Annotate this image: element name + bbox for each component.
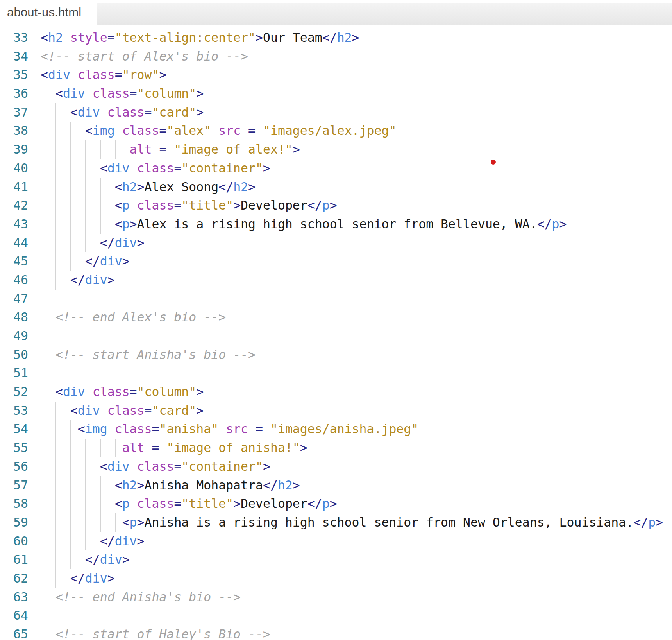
code-line[interactable]: 40 <div class="container"> bbox=[0, 159, 672, 178]
indent-guide bbox=[41, 383, 41, 402]
code-line-content: </div> bbox=[28, 252, 672, 271]
code-token: < bbox=[100, 161, 107, 175]
code-line-content: <h2 style="text-align:center">Our Team</… bbox=[28, 29, 672, 47]
code-token: alt bbox=[130, 142, 152, 156]
code-token: <!-- start Anisha's bio --> bbox=[55, 348, 256, 362]
code-token: div bbox=[63, 385, 85, 399]
code-line[interactable]: 42 <p class="title">Developer</p> bbox=[0, 196, 672, 215]
tab-bar: about-us.html bbox=[0, 0, 672, 25]
indent-guide bbox=[41, 290, 41, 308]
code-line[interactable]: 44 </div> bbox=[0, 234, 672, 253]
code-token: > bbox=[196, 86, 204, 100]
code-token: "row" bbox=[122, 68, 159, 82]
indent-guide bbox=[55, 140, 56, 159]
code-line[interactable]: 61 </div> bbox=[0, 550, 672, 569]
code-line-content: <p>Anisha is a rising high school senior… bbox=[28, 513, 672, 532]
indent-guide bbox=[100, 196, 101, 215]
indent-guide bbox=[41, 271, 41, 290]
code-line[interactable]: 45 </div> bbox=[0, 252, 672, 271]
code-token: > bbox=[196, 385, 204, 399]
code-line[interactable]: 63 <!-- end Anisha's bio --> bbox=[0, 588, 672, 607]
code-line[interactable]: 60 </div> bbox=[0, 532, 672, 551]
code-token: = bbox=[145, 403, 152, 418]
code-line-content bbox=[28, 364, 672, 383]
tab-filename: about-us.html bbox=[0, 5, 81, 20]
code-token: > bbox=[233, 198, 241, 212]
code-line[interactable]: 53 <div class="card"> bbox=[0, 402, 672, 420]
code-line[interactable]: 39 alt = "image of alex!"> bbox=[0, 140, 672, 159]
code-token: < bbox=[115, 478, 122, 492]
line-number: 63 bbox=[0, 588, 28, 607]
code-line[interactable]: 43 <p>Alex is a rising high school senio… bbox=[0, 215, 672, 234]
code-token: < bbox=[100, 459, 107, 473]
code-token: </ bbox=[218, 180, 233, 194]
code-token: > bbox=[656, 515, 663, 529]
code-token: < bbox=[55, 86, 63, 100]
line-number: 65 bbox=[0, 625, 28, 640]
indent-guide bbox=[100, 140, 101, 159]
code-line[interactable]: 65 <!-- start of Haley's Bio --> bbox=[0, 625, 672, 640]
code-line[interactable]: 51 bbox=[0, 364, 672, 383]
code-editor[interactable]: 33<h2 style="text-align:center">Our Team… bbox=[0, 25, 672, 640]
indent-guide bbox=[100, 178, 101, 197]
code-token: p bbox=[552, 217, 559, 231]
code-token: src bbox=[226, 422, 248, 436]
code-line[interactable]: 33<h2 style="text-align:center">Our Team… bbox=[0, 29, 672, 47]
code-token: < bbox=[41, 68, 48, 82]
code-line[interactable]: 49 bbox=[0, 327, 672, 346]
code-token: > bbox=[256, 30, 263, 45]
code-line-content: <h2>Anisha Mohapatra</h2> bbox=[28, 476, 672, 495]
code-line[interactable]: 34<!-- start of Alex's bio --> bbox=[0, 47, 672, 66]
code-line[interactable]: 46 </div> bbox=[0, 271, 672, 290]
code-token: </ bbox=[85, 254, 100, 268]
code-line[interactable]: 36 <div class="column"> bbox=[0, 84, 672, 103]
code-token: div bbox=[115, 236, 137, 250]
code-line[interactable]: 57 <h2>Anisha Mohapatra</h2> bbox=[0, 476, 672, 495]
code-lines: 33<h2 style="text-align:center">Our Team… bbox=[0, 29, 672, 640]
code-token: src bbox=[218, 124, 241, 138]
code-token: "image of alex!" bbox=[174, 142, 292, 156]
code-token: h2 bbox=[48, 30, 63, 45]
code-line[interactable]: 37 <div class="card"> bbox=[0, 103, 672, 122]
code-line[interactable]: 47 bbox=[0, 290, 672, 308]
indent-guide bbox=[41, 495, 41, 513]
code-token: "images/anisha.jpeg" bbox=[270, 422, 418, 436]
code-token: Alex is a rising high school senior from… bbox=[137, 217, 537, 231]
indent-guide bbox=[55, 234, 56, 253]
code-token: </ bbox=[100, 236, 115, 250]
indent-guide bbox=[115, 513, 116, 532]
code-line[interactable]: 50 <!-- start Anisha's bio --> bbox=[0, 346, 672, 364]
indent-guide bbox=[85, 476, 86, 495]
code-line-content: </div> bbox=[28, 550, 672, 569]
code-line[interactable]: 56 <div class="container"> bbox=[0, 457, 672, 476]
code-token: <!-- end Alex's bio --> bbox=[55, 310, 226, 324]
code-token: <!-- start of Haley's Bio --> bbox=[55, 627, 270, 640]
code-token: = bbox=[152, 422, 159, 436]
code-token: </ bbox=[307, 198, 322, 212]
code-token: h2 bbox=[122, 478, 137, 492]
code-line[interactable]: 52 <div class="column"> bbox=[0, 383, 672, 402]
line-number: 62 bbox=[0, 569, 28, 588]
code-token: h2 bbox=[233, 180, 248, 194]
code-token: style bbox=[70, 30, 107, 45]
indent-guide bbox=[55, 178, 56, 197]
indent-guide bbox=[55, 550, 56, 569]
tab-about-us[interactable]: about-us.html bbox=[0, 0, 97, 25]
code-line[interactable]: 41 <h2>Alex Soong</h2> bbox=[0, 178, 672, 197]
code-token: > bbox=[159, 68, 166, 82]
code-token: > bbox=[196, 105, 204, 119]
code-line[interactable]: 38 <img class="alex" src = "images/alex.… bbox=[0, 122, 672, 140]
code-line-content: <!-- start Anisha's bio --> bbox=[28, 346, 672, 364]
indent-guide bbox=[41, 364, 41, 383]
code-line[interactable]: 64 bbox=[0, 606, 672, 625]
code-line[interactable]: 55 alt = "image of anisha!"> bbox=[0, 439, 672, 457]
code-line[interactable]: 58 <p class="title">Developer</p> bbox=[0, 495, 672, 513]
code-line[interactable]: 35<div class="row"> bbox=[0, 66, 672, 84]
code-token: </ bbox=[70, 571, 85, 585]
code-line[interactable]: 59 <p>Anisha is a rising high school sen… bbox=[0, 513, 672, 532]
line-number: 60 bbox=[0, 532, 28, 551]
code-token: class bbox=[137, 459, 174, 473]
code-line[interactable]: 48 <!-- end Alex's bio --> bbox=[0, 308, 672, 327]
code-line[interactable]: 62 </div> bbox=[0, 569, 672, 588]
code-line[interactable]: 54 <img class="anisha" src = "images/ani… bbox=[0, 420, 672, 439]
